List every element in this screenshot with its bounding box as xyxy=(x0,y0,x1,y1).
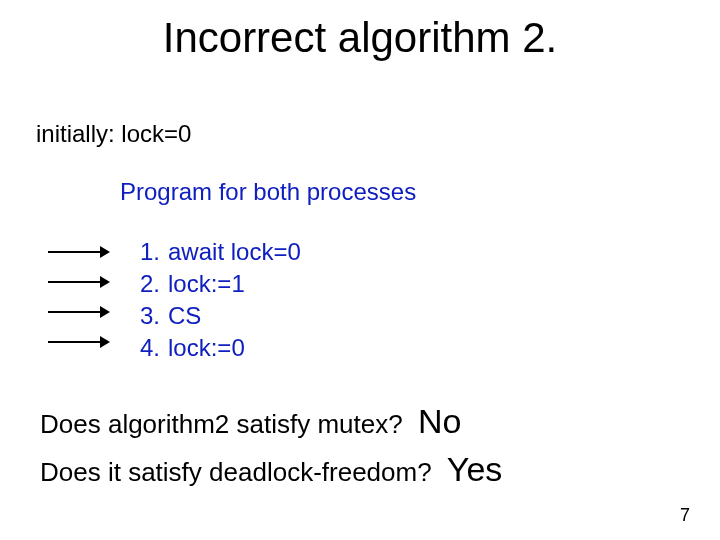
arrow-icon xyxy=(48,274,110,290)
arrow-icon xyxy=(48,244,110,260)
program-label: Program for both processes xyxy=(120,178,416,206)
arrow-icon xyxy=(48,304,110,320)
step-number: 3. xyxy=(140,302,168,334)
step-code: lock:=1 xyxy=(168,270,309,302)
arrow-icon xyxy=(48,334,110,350)
page-number: 7 xyxy=(680,505,690,526)
question-deadlock: Does it satisfy deadlock-freedom? Yes xyxy=(40,450,502,489)
step-row: 2. lock:=1 xyxy=(140,270,309,302)
step-number: 4. xyxy=(140,334,168,366)
step-code: CS xyxy=(168,302,309,334)
question-text: Does it satisfy deadlock-freedom? xyxy=(40,457,432,487)
step-code: lock:=0 xyxy=(168,334,309,366)
step-arrows xyxy=(48,244,110,350)
step-number: 2. xyxy=(140,270,168,302)
question-text: Does algorithm2 satisfy mutex? xyxy=(40,409,403,439)
initial-condition: initially: lock=0 xyxy=(36,120,191,148)
step-number: 1. xyxy=(140,238,168,270)
question-answer: Yes xyxy=(439,450,502,488)
program-steps: 1. await lock=0 2. lock:=1 3. CS 4. lock… xyxy=(140,238,309,366)
slide-title: Incorrect algorithm 2. xyxy=(0,14,720,62)
slide: Incorrect algorithm 2. initially: lock=0… xyxy=(0,0,720,540)
step-row: 1. await lock=0 xyxy=(140,238,309,270)
step-code: await lock=0 xyxy=(168,238,309,270)
step-row: 3. CS xyxy=(140,302,309,334)
question-answer: No xyxy=(410,402,461,440)
step-row: 4. lock:=0 xyxy=(140,334,309,366)
question-mutex: Does algorithm2 satisfy mutex? No xyxy=(40,402,461,441)
